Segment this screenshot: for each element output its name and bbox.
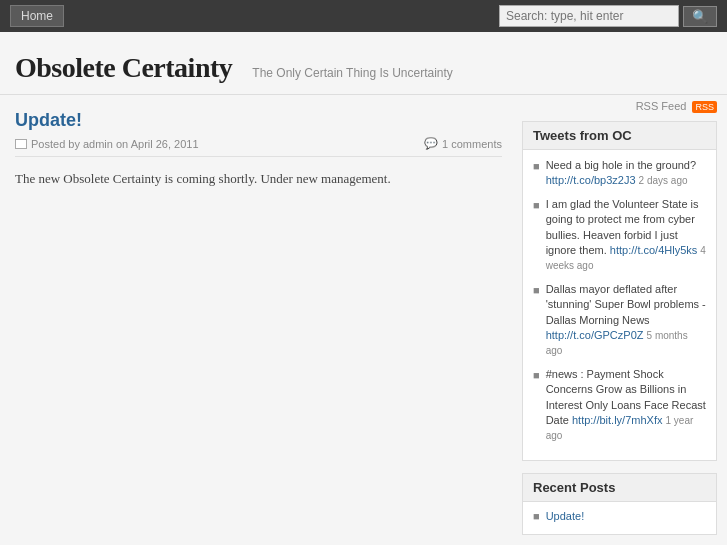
post-title[interactable]: Update! <box>15 110 502 131</box>
rss-label: RSS Feed <box>636 100 687 112</box>
recent-bullet: ■ <box>533 510 540 522</box>
site-title: Obsolete Certainty <box>15 52 232 84</box>
site-tagline: The Only Certain Thing Is Uncertainty <box>252 66 453 80</box>
main-content: Update! Posted by admin on April 26, 201… <box>0 95 517 545</box>
tweet-text: I am glad the Volunteer State is going t… <box>546 197 706 274</box>
tweet-link[interactable]: http://t.co/bp3z2J3 <box>546 174 636 186</box>
search-area: 🔍 <box>499 5 717 27</box>
tweet-bullet: ■ <box>533 283 540 298</box>
post-meta-right: 💬 1 comments <box>424 137 502 150</box>
tweet-bullet: ■ <box>533 368 540 383</box>
tweet-time: 2 days ago <box>639 175 688 186</box>
search-input[interactable] <box>499 5 679 27</box>
tweets-widget-title: Tweets from OC <box>523 122 716 150</box>
recent-posts-title: Recent Posts <box>523 474 716 502</box>
post-body: The new Obsolete Certainty is coming sho… <box>15 169 502 190</box>
post: Update! Posted by admin on April 26, 201… <box>15 110 502 190</box>
page-icon <box>15 139 27 149</box>
recent-posts-widget: Recent Posts ■ Update! <box>522 473 717 535</box>
rss-bar: RSS Feed RSS <box>522 100 717 113</box>
comment-icon: 💬 <box>424 137 438 150</box>
recent-posts-content: ■ Update! <box>523 502 716 534</box>
recent-post-item: ■ Update! <box>533 510 706 522</box>
tweet-bullet: ■ <box>533 159 540 174</box>
topbar: Home 🔍 <box>0 0 727 32</box>
post-author: Posted by admin on April 26, 2011 <box>31 138 199 150</box>
sidebar: RSS Feed RSS Tweets from OC ■ Need a big… <box>517 95 727 545</box>
tweet-text: Dallas mayor deflated after 'stunning' S… <box>546 282 706 359</box>
tweet-link[interactable]: http://t.co/GPCzP0Z <box>546 329 644 341</box>
post-comments[interactable]: 1 comments <box>442 138 502 150</box>
tweet-item: ■ Dallas mayor deflated after 'stunning'… <box>533 282 706 359</box>
tweets-widget-content: ■ Need a big hole in the ground? http://… <box>523 150 716 460</box>
tweet-link[interactable]: http://bit.ly/7mhXfx <box>572 414 662 426</box>
site-header: Obsolete Certainty The Only Certain Thin… <box>0 32 727 95</box>
tweet-bullet: ■ <box>533 198 540 213</box>
tweet-item: ■ Need a big hole in the ground? http://… <box>533 158 706 189</box>
home-button[interactable]: Home <box>10 5 64 27</box>
tweets-widget: Tweets from OC ■ Need a big hole in the … <box>522 121 717 461</box>
tweet-item: ■ #news : Payment Shock Concerns Grow as… <box>533 367 706 444</box>
rss-icon[interactable]: RSS <box>692 101 717 113</box>
tweet-text: Need a big hole in the ground? http://t.… <box>546 158 706 189</box>
post-meta: Posted by admin on April 26, 2011 💬 1 co… <box>15 137 502 157</box>
tweet-link[interactable]: http://t.co/4Hly5ks <box>610 244 697 256</box>
search-button[interactable]: 🔍 <box>683 6 717 27</box>
tweet-item: ■ I am glad the Volunteer State is going… <box>533 197 706 274</box>
content-area: Update! Posted by admin on April 26, 201… <box>0 95 727 545</box>
tweet-text: #news : Payment Shock Concerns Grow as B… <box>546 367 706 444</box>
page-wrapper: Obsolete Certainty The Only Certain Thin… <box>0 32 727 545</box>
post-meta-left: Posted by admin on April 26, 2011 <box>15 138 199 150</box>
recent-post-link[interactable]: Update! <box>546 510 585 522</box>
